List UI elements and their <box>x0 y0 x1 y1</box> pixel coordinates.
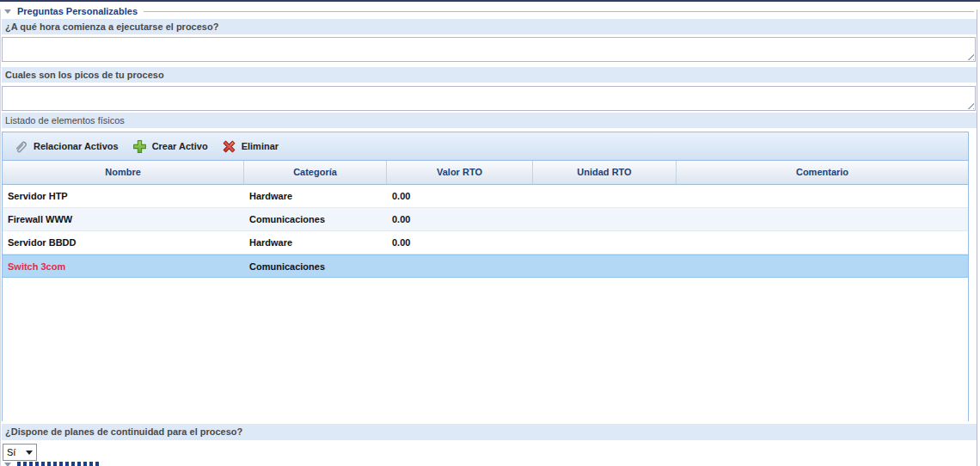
top-window-edge <box>0 0 980 2</box>
asset-row[interactable]: Servidor HTP Hardware 0.00 <box>3 185 968 208</box>
fieldset-right-border <box>977 9 977 466</box>
column-header-comentario[interactable]: Comentario <box>677 161 968 184</box>
question-picos-label: Cuales son los picos de tu proceso <box>2 67 977 83</box>
question-hora-field <box>2 37 976 62</box>
cell-categoria: Hardware <box>244 231 387 254</box>
continuity-select[interactable]: Sí <box>3 444 37 461</box>
asset-row-selected[interactable]: Switch 3com Comunicaciones <box>3 254 968 278</box>
cell-comentario <box>677 255 968 277</box>
cell-unidad-rto <box>533 185 677 207</box>
section-legend: Preguntas Personalizables <box>0 3 977 19</box>
clipped-legend-text <box>17 462 100 466</box>
continuity-select-value: Sí <box>3 447 26 457</box>
cell-unidad-rto <box>533 255 677 277</box>
grid-body: Servidor HTP Hardware 0.00 Firewall WWW … <box>3 185 968 421</box>
question-picos-textarea[interactable] <box>2 86 976 111</box>
cell-nombre: Servidor BBDD <box>3 231 244 254</box>
collapse-toggle-icon[interactable] <box>4 9 11 14</box>
next-section-partial-legend <box>0 462 258 466</box>
question-picos-field <box>2 86 976 111</box>
cell-nombre: Servidor HTP <box>3 185 244 207</box>
physical-elements-label: Listado de elementos físicos <box>2 113 977 128</box>
cell-categoria: Hardware <box>244 185 387 207</box>
asset-row[interactable]: Servidor BBDD Hardware 0.00 <box>3 231 968 254</box>
create-asset-label: Crear Activo <box>152 141 208 151</box>
plus-icon <box>132 139 147 154</box>
cell-comentario <box>677 185 968 207</box>
chevron-down-icon <box>26 451 33 455</box>
cell-categoria: Comunicaciones <box>244 208 387 230</box>
cell-valor-rto <box>387 255 533 277</box>
continuity-question-label: ¿Dispone de planes de continuidad para e… <box>2 424 977 440</box>
fieldset-left-border <box>0 9 1 466</box>
custom-questions-panel: Preguntas Personalizables ¿A qué hora co… <box>0 0 980 466</box>
cell-valor-rto: 0.00 <box>387 208 533 230</box>
collapse-toggle-icon[interactable] <box>4 463 11 466</box>
cell-comentario <box>677 208 968 230</box>
question-hora-label: ¿A qué hora comienza a ejecutarse el pro… <box>2 19 977 34</box>
create-asset-button[interactable]: Crear Activo <box>126 137 215 156</box>
asset-row[interactable]: Firewall WWW Comunicaciones 0.00 <box>3 208 968 231</box>
cell-nombre: Switch 3com <box>3 255 244 277</box>
cell-unidad-rto <box>533 208 677 230</box>
relate-assets-button[interactable]: Relacionar Activos <box>7 137 126 156</box>
column-header-unidad-rto[interactable]: Unidad RTO <box>533 161 677 184</box>
cell-categoria: Comunicaciones <box>244 255 387 277</box>
cell-comentario <box>677 231 968 254</box>
delete-x-icon <box>222 139 236 154</box>
section-title[interactable]: Preguntas Personalizables <box>17 6 138 16</box>
grid-empty-area <box>3 278 968 421</box>
cell-valor-rto: 0.00 <box>387 185 533 207</box>
cell-nombre: Firewall WWW <box>3 208 244 230</box>
delete-asset-label: Eliminar <box>242 141 279 151</box>
assets-toolbar: Relacionar Activos Crear Activo <box>3 132 968 161</box>
assets-grid: Relacionar Activos Crear Activo <box>2 132 969 421</box>
cell-unidad-rto <box>533 231 677 254</box>
relate-assets-label: Relacionar Activos <box>34 141 119 151</box>
grid-header: Nombre Categoría Valor RTO Unidad RTO Co… <box>3 161 968 185</box>
cell-valor-rto: 0.00 <box>387 231 533 254</box>
delete-asset-button[interactable]: Eliminar <box>215 137 285 156</box>
column-header-nombre[interactable]: Nombre <box>3 161 244 184</box>
column-header-categoria[interactable]: Categoría <box>244 161 387 184</box>
fieldset-top-border <box>144 11 974 12</box>
paperclip-icon <box>14 139 28 154</box>
question-hora-textarea[interactable] <box>2 37 976 62</box>
column-header-valor-rto[interactable]: Valor RTO <box>387 161 533 184</box>
